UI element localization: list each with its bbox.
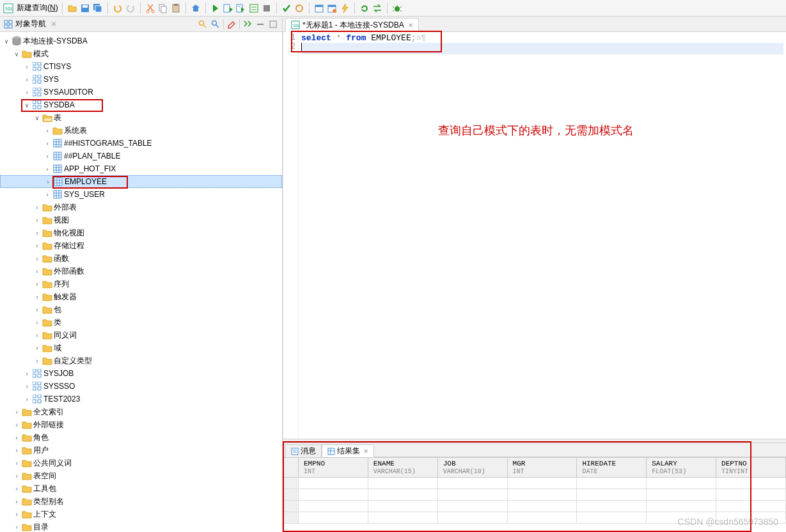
column-header[interactable]: DEPTNOTINYINT (716, 458, 786, 478)
svg-line-29 (393, 10, 394, 12)
tree-node-tablespaces[interactable]: ›表空间 (0, 469, 282, 482)
sql-editor[interactable]: 12 select·*·from·EMPLOYEE;¤¶ 查询自己模式下的表时，… (283, 32, 786, 439)
tree-node-sysuser[interactable]: ›SYS_USER (0, 188, 282, 201)
column-header[interactable]: JOBVARCHAR(10) (437, 458, 507, 478)
explain-plan-icon[interactable] (248, 3, 260, 14)
svg-rect-78 (54, 191, 61, 198)
tree-node-seq[interactable]: ›序列 (0, 278, 282, 290)
table-row[interactable] (283, 501, 786, 512)
results-grid[interactable]: EMPNOINTENAMEVARCHAR(15)JOBVARCHAR(10)MG… (283, 457, 786, 532)
tree-node-sys[interactable]: ›SYS (0, 73, 282, 86)
run-icon[interactable] (210, 3, 221, 14)
table-row[interactable] (283, 512, 786, 524)
folder-icon (42, 343, 52, 353)
tree-node-pubsyn[interactable]: ›公共同义词 (0, 457, 282, 469)
tree-node-syssso[interactable]: ›SYSSSO (0, 380, 282, 393)
column-header[interactable]: MGRINT (507, 458, 577, 478)
paste-icon[interactable] (170, 3, 182, 14)
cut-icon[interactable] (145, 3, 156, 14)
folder-icon (52, 125, 63, 136)
tree-node-directories[interactable]: ›目录 (0, 520, 282, 532)
maximize-icon[interactable] (268, 19, 278, 29)
undo-icon[interactable] (112, 3, 123, 14)
tree-node-hotfix[interactable]: ›APP_HOT_FIX (0, 162, 282, 175)
rollback-icon[interactable] (294, 3, 305, 14)
tree-node-pkg[interactable]: ›包 (0, 303, 282, 316)
tree-node-views[interactable]: ›视图 (0, 214, 282, 226)
resultset-tab[interactable]: 结果集 ✕ (322, 444, 374, 457)
tree-node-funcs[interactable]: ›函数 (0, 252, 282, 265)
expand-all-icon[interactable] (242, 19, 253, 29)
sql-code[interactable]: select·*·from·EMPLOYEE;¤¶ (299, 32, 786, 439)
tree-node-employee[interactable]: ›EMPLOYEE (0, 175, 282, 188)
tree-node-toolpkg[interactable]: ›工具包 (0, 482, 282, 495)
copy-icon[interactable] (157, 3, 169, 14)
tree-node-hist[interactable]: ›##HISTOGRAMS_TABLE (0, 137, 282, 150)
tree-node-roles[interactable]: ›角色 (0, 431, 282, 444)
tree-node-sysdba[interactable]: ∨SYSDBA (0, 98, 282, 111)
tree-node-sysjob[interactable]: ›SYSJOB (0, 367, 282, 380)
stop-icon[interactable] (261, 3, 272, 14)
lightning-icon[interactable] (339, 3, 350, 14)
column-header[interactable]: ENAMEVARCHAR(15) (368, 458, 437, 478)
find-icon[interactable] (198, 19, 208, 29)
debug-icon[interactable] (391, 3, 403, 14)
tree-node-extfuncs[interactable]: ›外部函数 (0, 265, 282, 278)
tree-node-tables[interactable]: ∨表 (0, 111, 282, 124)
tree-node-systemtables[interactable]: ›系统表 (0, 124, 282, 137)
table-row[interactable] (283, 489, 786, 501)
calendar-icon[interactable] (313, 3, 325, 14)
transfer-icon[interactable] (372, 3, 383, 14)
home-icon[interactable] (190, 3, 201, 14)
messages-tab[interactable]: 消息 (285, 444, 322, 457)
tree-node-class[interactable]: ›类 (0, 316, 282, 329)
tree-node-syn[interactable]: ›同义词 (0, 329, 282, 341)
find2-icon[interactable] (210, 19, 221, 29)
close-tab-icon[interactable]: ✕ (51, 20, 56, 27)
edit-icon[interactable] (226, 19, 237, 29)
tree-node-procs[interactable]: ›存储过程 (0, 239, 282, 252)
close-tab-icon[interactable]: ✕ (408, 22, 413, 29)
column-header[interactable]: EMPNOINT (299, 458, 368, 478)
open-icon[interactable] (67, 3, 78, 14)
object-tree[interactable]: ∨本地连接-SYSDBA ∨模式 ›CTISYS ›SYS ›SYSAUDITO… (0, 32, 282, 532)
tree-node-contexts[interactable]: ›上下文 (0, 508, 282, 520)
navigator-tab[interactable]: 对象导航 ✕ (4, 19, 56, 29)
tree-node-fulltext[interactable]: ›全文索引 (0, 405, 282, 418)
tree-node-connection[interactable]: ∨本地连接-SYSDBA (0, 35, 282, 47)
calendar2-icon[interactable] (326, 3, 338, 14)
run-selected-icon[interactable] (235, 3, 247, 14)
redo-icon[interactable] (125, 3, 136, 14)
minimize-icon[interactable] (255, 19, 265, 29)
close-tab-icon[interactable]: ✕ (363, 448, 368, 455)
save-icon[interactable] (79, 3, 91, 14)
tree-node-mviews[interactable]: ›物化视图 (0, 226, 282, 239)
column-header[interactable]: HIREDATEDATE (577, 458, 647, 478)
tree-node-ctype[interactable]: ›自定义类型 (0, 354, 282, 367)
tree-node-users[interactable]: ›用户 (0, 444, 282, 457)
tree-node-schema-root[interactable]: ∨模式 (0, 47, 282, 60)
tree-node-exttables[interactable]: ›外部表 (0, 201, 282, 214)
svg-rect-50 (33, 88, 36, 91)
new-query-button[interactable]: 新建查询(N) (17, 3, 58, 13)
save-all-icon[interactable] (92, 3, 104, 14)
tree-node-plan[interactable]: ›##PLAN_TABLE (0, 150, 282, 162)
tree-node-test2023[interactable]: ›TEST2023 (0, 393, 282, 405)
editor-tab-bar: SQL *无标题1 - 本地连接-SYSDBA ✕ (283, 17, 786, 32)
tree-node-typealias[interactable]: ›类型别名 (0, 495, 282, 508)
tree-node-dom[interactable]: ›域 (0, 341, 282, 354)
folder-icon (22, 496, 32, 506)
table-row[interactable] (283, 478, 786, 489)
tree-node-sysauditor[interactable]: ›SYSAUDITOR (0, 86, 282, 98)
tree-node-ctisys[interactable]: ›CTISYS (0, 60, 282, 73)
tree-node-trig[interactable]: ›触发器 (0, 290, 282, 303)
tree-node-dblink[interactable]: ›外部链接 (0, 418, 282, 431)
database-icon (12, 36, 22, 46)
sql-editor-tab[interactable]: SQL *无标题1 - 本地连接-SYSDBA ✕ (285, 18, 419, 32)
svg-rect-57 (38, 106, 41, 109)
sql-file-icon[interactable]: SQL (3, 3, 14, 14)
run-script-icon[interactable] (223, 3, 234, 14)
refresh-icon[interactable] (359, 3, 370, 14)
column-header[interactable]: SALARYFLOAT(53) (647, 458, 716, 478)
commit-icon[interactable] (281, 3, 292, 14)
